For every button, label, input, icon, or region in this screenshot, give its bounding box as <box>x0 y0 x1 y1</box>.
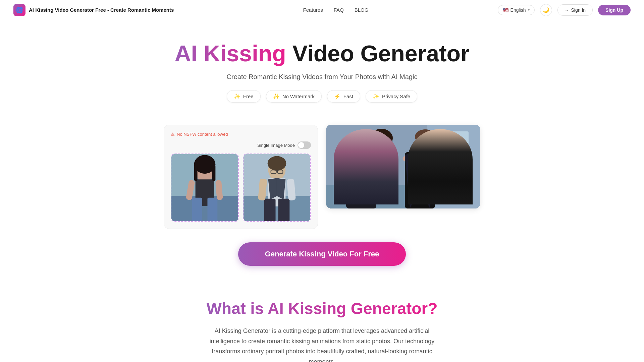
chevron-down-icon: ▾ <box>528 8 530 12</box>
person-male-image <box>244 154 310 221</box>
single-image-mode-row: Single Image Mode <box>171 141 311 149</box>
svg-rect-19 <box>264 199 276 221</box>
badge-fast: ⚡ Fast <box>327 90 360 103</box>
svg-rect-38 <box>388 137 392 171</box>
language-label: English <box>511 7 526 13</box>
sign-in-icon: → <box>565 7 569 13</box>
sparkle-icon-2: ✨ <box>273 93 280 100</box>
shield-icon: ✨ <box>373 93 379 100</box>
svg-rect-35 <box>346 153 376 208</box>
svg-marker-43 <box>425 152 435 208</box>
person-female-image <box>171 154 238 221</box>
badge-privacy-label: Privacy Safe <box>382 94 410 99</box>
generate-section: Generate Kissing Video For Free <box>0 242 644 286</box>
svg-rect-28 <box>326 125 480 185</box>
language-selector[interactable]: 🇺🇸 English ▾ <box>498 5 535 15</box>
what-is-title: What is AI Kissing Generator? <box>101 299 543 318</box>
svg-rect-46 <box>426 144 432 148</box>
badge-fast-label: Fast <box>343 94 353 99</box>
badge-free-label: Free <box>243 94 254 99</box>
logo-icon: 🌀 <box>13 4 25 16</box>
svg-rect-32 <box>430 158 447 178</box>
sign-up-button[interactable]: Sign Up <box>598 5 631 15</box>
single-image-mode-toggle[interactable] <box>298 141 311 149</box>
badge-free: ✨ Free <box>227 90 261 103</box>
upload-slots <box>171 154 311 222</box>
generate-button[interactable]: Generate Kissing Video For Free <box>238 242 406 266</box>
what-is-title-text: What is AI Kissing Generator? <box>207 300 438 317</box>
svg-point-40 <box>416 133 434 155</box>
svg-rect-6 <box>207 198 217 221</box>
language-flag: 🇺🇸 <box>503 7 508 13</box>
single-image-mode-label: Single Image Mode <box>257 143 295 148</box>
svg-point-44 <box>415 129 435 144</box>
lightning-icon: ⚡ <box>334 93 341 100</box>
sparkle-icon: ✨ <box>234 93 240 100</box>
logo[interactable]: 🌀 AI Kissing Video Generator Free - Crea… <box>13 4 174 16</box>
kissing-scene <box>326 125 480 208</box>
hero-title-rest: Video Generator <box>292 41 470 66</box>
svg-rect-41 <box>405 152 435 208</box>
hero-section: AI Kissing Video Generator Create Romant… <box>0 20 644 125</box>
nsfw-text: No NSFW content allowed <box>177 132 228 137</box>
svg-point-36 <box>370 129 393 147</box>
badge-privacy-safe: ✨ Privacy Safe <box>366 90 417 103</box>
hero-title-gradient: AI Kissing <box>174 41 286 66</box>
svg-rect-9 <box>212 165 215 181</box>
feature-badges: ✨ Free ✨ No Watermark ⚡ Fast ✨ Privacy S… <box>13 90 631 103</box>
nav-link-faq[interactable]: FAQ <box>334 7 344 13</box>
svg-point-21 <box>268 156 286 171</box>
svg-rect-29 <box>427 125 480 208</box>
svg-rect-31 <box>452 131 469 152</box>
what-is-description: AI Kissing Generator is a cutting-edge p… <box>205 326 439 362</box>
upload-panel: ⚠ No NSFW content allowed Single Image M… <box>164 125 318 229</box>
what-is-section: What is AI Kissing Generator? AI Kissing… <box>0 286 644 362</box>
nav-link-features[interactable]: Features <box>303 7 323 13</box>
result-image <box>326 125 480 208</box>
badge-no-watermark-label: No Watermark <box>282 94 315 99</box>
nav-right: 🇺🇸 English ▾ 🌙 → Sign In Sign Up <box>498 4 631 16</box>
warning-icon: ⚠ <box>171 132 175 137</box>
svg-rect-45 <box>419 144 424 148</box>
dark-mode-toggle[interactable]: 🌙 <box>540 4 552 16</box>
nav-links: Features FAQ BLOG <box>303 7 369 13</box>
toggle-knob <box>298 142 304 148</box>
svg-rect-8 <box>194 165 198 181</box>
svg-rect-37 <box>370 137 376 174</box>
svg-rect-5 <box>192 198 202 221</box>
hero-subtitle: Create Romantic Kissing Videos from Your… <box>13 73 631 81</box>
hero-title: AI Kissing Video Generator <box>13 40 631 66</box>
svg-rect-20 <box>278 199 289 221</box>
svg-rect-30 <box>430 131 447 152</box>
svg-rect-34 <box>349 153 376 208</box>
logo-text: AI Kissing Video Generator Free - Create… <box>29 7 174 13</box>
nav-link-blog[interactable]: BLOG <box>355 7 369 13</box>
upload-slot-2[interactable] <box>243 154 311 222</box>
demo-section: ⚠ No NSFW content allowed Single Image M… <box>0 125 644 242</box>
navbar: 🌀 AI Kissing Video Generator Free - Crea… <box>0 0 644 20</box>
nsfw-warning: ⚠ No NSFW content allowed <box>171 132 311 137</box>
sign-in-button[interactable]: → Sign In <box>557 4 593 16</box>
upload-slot-1[interactable] <box>171 154 239 222</box>
badge-no-watermark: ✨ No Watermark <box>266 90 322 103</box>
